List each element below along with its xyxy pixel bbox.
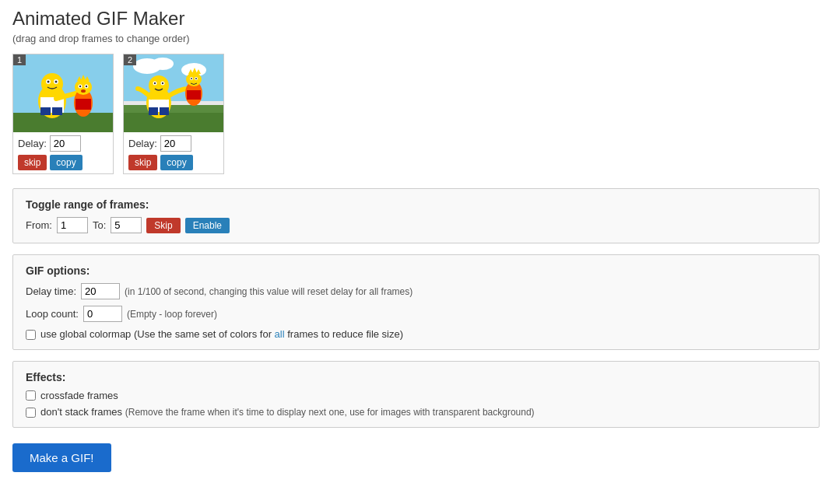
svg-point-36 (162, 82, 163, 84)
frame-card-1: 1 (12, 54, 114, 174)
svg-point-35 (154, 82, 156, 84)
frame-2-svg (124, 54, 223, 132)
svg-point-19 (79, 86, 81, 87)
frame-1-svg (13, 54, 113, 132)
loop-count-label: Loop count: (26, 308, 79, 320)
frame-number-2: 2 (124, 54, 136, 65)
delay-input-2[interactable] (160, 135, 191, 152)
frame-image-1 (13, 54, 113, 132)
from-label: From: (26, 219, 52, 231)
skip-button-2[interactable]: skip (128, 155, 157, 170)
svg-point-10 (55, 81, 58, 83)
page-title: Animated GIF Maker (12, 8, 820, 30)
effects-section: Effects: crossfade frames don't stack fr… (12, 361, 820, 428)
from-input[interactable] (57, 217, 88, 233)
to-label: To: (93, 219, 106, 231)
delay-hint: (in 1/100 of second, changing this value… (125, 286, 412, 297)
crossfade-label: crossfade frames (40, 390, 118, 401)
crossfade-checkbox[interactable] (26, 390, 36, 401)
make-gif-button[interactable]: Make a GIF! (12, 443, 111, 472)
copy-button-2[interactable]: copy (160, 155, 192, 170)
svg-point-32 (149, 75, 169, 96)
svg-point-45 (191, 78, 192, 79)
svg-rect-5 (52, 107, 62, 115)
toggle-range-title: Toggle range of frames: (26, 198, 806, 211)
frame-card-2: 2 (123, 54, 224, 174)
svg-rect-30 (149, 107, 158, 115)
svg-point-9 (47, 81, 50, 83)
delay-time-label: Delay time: (26, 285, 76, 297)
dont-stack-checkbox[interactable] (26, 408, 36, 418)
frame-2-controls: Delay: skip copy (124, 132, 223, 173)
skip-button-1[interactable]: skip (18, 155, 47, 170)
frame-number-1: 1 (13, 54, 26, 65)
page-subtitle: (drag and drop frames to change order) (12, 33, 820, 44)
svg-rect-12 (75, 99, 91, 110)
toggle-range-section: Toggle range of frames: From: To: Skip E… (12, 188, 820, 243)
delay-label-2: Delay: (128, 138, 157, 149)
delay-input-1[interactable] (50, 135, 81, 152)
loop-hint: (Empty - loop forever) (127, 309, 217, 320)
frame-1-controls: Delay: skip copy (13, 132, 113, 173)
skip-range-button[interactable]: Skip (146, 218, 180, 233)
svg-point-21 (81, 89, 86, 93)
svg-rect-31 (160, 107, 169, 115)
svg-point-20 (86, 86, 87, 87)
dont-stack-label: don't stack frames (Remove the frame whe… (40, 406, 535, 418)
svg-rect-38 (187, 90, 201, 100)
gif-options-section: GIF options: Delay time: (in 1/100 of se… (12, 254, 820, 350)
colormap-link[interactable]: all (275, 328, 285, 340)
frame-image-2 (124, 54, 223, 132)
gif-options-title: GIF options: (26, 264, 806, 277)
svg-rect-27 (124, 105, 223, 113)
copy-button-1[interactable]: copy (50, 155, 82, 170)
loop-count-input[interactable] (83, 306, 122, 322)
svg-point-24 (152, 58, 174, 70)
colormap-label: use global colormap (Use the same set of… (40, 328, 403, 340)
delay-label-1: Delay: (18, 138, 47, 149)
delay-time-input[interactable] (81, 283, 120, 299)
effects-title: Effects: (26, 371, 806, 383)
colormap-checkbox[interactable] (26, 330, 36, 340)
to-input[interactable] (111, 217, 142, 233)
svg-rect-4 (40, 107, 51, 115)
frames-area: 1 (12, 54, 820, 174)
enable-button[interactable]: Enable (185, 218, 230, 233)
svg-point-46 (195, 78, 197, 79)
svg-point-6 (41, 73, 63, 95)
svg-rect-1 (13, 113, 113, 132)
